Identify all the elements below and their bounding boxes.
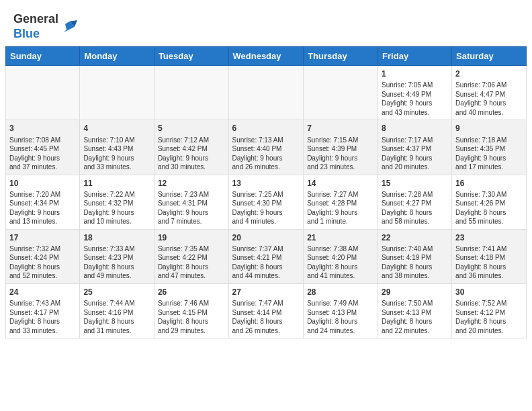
day-number: 25 (83, 287, 150, 298)
day-number: 16 (455, 178, 523, 189)
page-header: General Blue (0, 0, 532, 46)
day-number: 10 (9, 178, 76, 189)
calendar-cell: 7Sunrise: 7:15 AM Sunset: 4:39 PM Daylig… (304, 120, 378, 175)
day-info: Sunrise: 7:08 AM Sunset: 4:45 PM Dayligh… (9, 136, 76, 172)
calendar-cell: 15Sunrise: 7:28 AM Sunset: 4:27 PM Dayli… (378, 175, 452, 229)
day-info: Sunrise: 7:33 AM Sunset: 4:23 PM Dayligh… (83, 244, 150, 281)
calendar-cell: 29Sunrise: 7:50 AM Sunset: 4:13 PM Dayli… (378, 283, 452, 338)
day-info: Sunrise: 7:23 AM Sunset: 4:31 PM Dayligh… (158, 190, 225, 226)
day-info: Sunrise: 7:10 AM Sunset: 4:43 PM Dayligh… (83, 136, 150, 172)
day-info: Sunrise: 7:20 AM Sunset: 4:34 PM Dayligh… (9, 190, 76, 226)
calendar-cell: 19Sunrise: 7:35 AM Sunset: 4:22 PM Dayli… (154, 229, 228, 283)
calendar-cell: 8Sunrise: 7:17 AM Sunset: 4:37 PM Daylig… (378, 120, 452, 175)
day-number: 6 (232, 123, 300, 134)
day-number: 19 (158, 232, 225, 243)
weekday-header-saturday: Saturday (452, 47, 527, 66)
week-row-4: 17Sunrise: 7:32 AM Sunset: 4:24 PM Dayli… (6, 229, 527, 283)
calendar-cell: 27Sunrise: 7:47 AM Sunset: 4:14 PM Dayli… (228, 283, 304, 338)
day-info: Sunrise: 7:46 AM Sunset: 4:15 PM Dayligh… (158, 299, 225, 335)
calendar-cell: 2Sunrise: 7:06 AM Sunset: 4:47 PM Daylig… (452, 66, 527, 120)
day-number: 11 (83, 178, 150, 189)
day-info: Sunrise: 7:30 AM Sunset: 4:26 PM Dayligh… (455, 190, 523, 226)
day-number: 4 (83, 123, 150, 134)
day-number: 27 (232, 287, 300, 298)
weekday-header-sunday: Sunday (6, 47, 80, 66)
day-number: 22 (382, 232, 448, 243)
day-number: 17 (9, 232, 76, 243)
day-info: Sunrise: 7:06 AM Sunset: 4:47 PM Dayligh… (455, 81, 523, 117)
calendar-wrapper: SundayMondayTuesdayWednesdayThursdayFrid… (0, 46, 532, 344)
day-info: Sunrise: 7:22 AM Sunset: 4:32 PM Dayligh… (83, 190, 150, 226)
day-number: 1 (382, 68, 448, 79)
logo: General Blue (13, 12, 79, 41)
day-info: Sunrise: 7:49 AM Sunset: 4:13 PM Dayligh… (307, 299, 374, 335)
day-info: Sunrise: 7:32 AM Sunset: 4:24 PM Dayligh… (9, 244, 76, 281)
calendar-cell: 16Sunrise: 7:30 AM Sunset: 4:26 PM Dayli… (452, 175, 527, 229)
day-info: Sunrise: 7:40 AM Sunset: 4:19 PM Dayligh… (382, 244, 448, 281)
day-info: Sunrise: 7:17 AM Sunset: 4:37 PM Dayligh… (382, 136, 448, 172)
day-number: 14 (307, 178, 374, 189)
calendar-cell: 9Sunrise: 7:18 AM Sunset: 4:35 PM Daylig… (452, 120, 527, 175)
day-number: 18 (83, 232, 150, 243)
calendar-cell: 5Sunrise: 7:12 AM Sunset: 4:42 PM Daylig… (154, 120, 228, 175)
weekday-header-tuesday: Tuesday (154, 47, 228, 66)
day-number: 28 (307, 287, 374, 298)
day-info: Sunrise: 7:35 AM Sunset: 4:22 PM Dayligh… (158, 244, 225, 281)
calendar-cell: 13Sunrise: 7:25 AM Sunset: 4:30 PM Dayli… (228, 175, 304, 229)
calendar-cell: 28Sunrise: 7:49 AM Sunset: 4:13 PM Dayli… (304, 283, 378, 338)
week-row-1: 1Sunrise: 7:05 AM Sunset: 4:49 PM Daylig… (6, 66, 527, 120)
day-number: 26 (158, 287, 225, 298)
day-number: 29 (382, 287, 448, 298)
calendar-table: SundayMondayTuesdayWednesdayThursdayFrid… (5, 46, 527, 338)
calendar-cell: 20Sunrise: 7:37 AM Sunset: 4:21 PM Dayli… (228, 229, 304, 283)
calendar-cell: 25Sunrise: 7:44 AM Sunset: 4:16 PM Dayli… (80, 283, 154, 338)
calendar-cell: 22Sunrise: 7:40 AM Sunset: 4:19 PM Dayli… (378, 229, 452, 283)
day-info: Sunrise: 7:41 AM Sunset: 4:18 PM Dayligh… (455, 244, 523, 281)
day-info: Sunrise: 7:47 AM Sunset: 4:14 PM Dayligh… (232, 299, 300, 335)
day-number: 8 (382, 123, 448, 134)
day-number: 5 (158, 123, 225, 134)
calendar-cell: 30Sunrise: 7:52 AM Sunset: 4:12 PM Dayli… (452, 283, 527, 338)
day-info: Sunrise: 7:25 AM Sunset: 4:30 PM Dayligh… (232, 190, 300, 226)
calendar-cell: 18Sunrise: 7:33 AM Sunset: 4:23 PM Dayli… (80, 229, 154, 283)
logo-general: General Blue (13, 12, 58, 41)
day-info: Sunrise: 7:38 AM Sunset: 4:20 PM Dayligh… (307, 244, 374, 281)
day-info: Sunrise: 7:27 AM Sunset: 4:28 PM Dayligh… (307, 190, 374, 226)
calendar-cell: 24Sunrise: 7:43 AM Sunset: 4:17 PM Dayli… (6, 283, 80, 338)
weekday-header-thursday: Thursday (304, 47, 378, 66)
day-info: Sunrise: 7:43 AM Sunset: 4:17 PM Dayligh… (9, 299, 76, 335)
day-number: 15 (382, 178, 448, 189)
calendar-cell (154, 66, 228, 120)
calendar-cell: 26Sunrise: 7:46 AM Sunset: 4:15 PM Dayli… (154, 283, 228, 338)
logo-icon (60, 17, 79, 36)
calendar-cell: 10Sunrise: 7:20 AM Sunset: 4:34 PM Dayli… (6, 175, 80, 229)
day-info: Sunrise: 7:13 AM Sunset: 4:40 PM Dayligh… (232, 136, 300, 172)
day-info: Sunrise: 7:18 AM Sunset: 4:35 PM Dayligh… (455, 136, 523, 172)
day-info: Sunrise: 7:50 AM Sunset: 4:13 PM Dayligh… (382, 299, 448, 335)
day-number: 13 (232, 178, 300, 189)
calendar-cell: 21Sunrise: 7:38 AM Sunset: 4:20 PM Dayli… (304, 229, 378, 283)
day-number: 9 (455, 123, 523, 134)
day-number: 20 (232, 232, 300, 243)
day-number: 24 (9, 287, 76, 298)
calendar-cell: 23Sunrise: 7:41 AM Sunset: 4:18 PM Dayli… (452, 229, 527, 283)
calendar-cell: 14Sunrise: 7:27 AM Sunset: 4:28 PM Dayli… (304, 175, 378, 229)
calendar-cell: 4Sunrise: 7:10 AM Sunset: 4:43 PM Daylig… (80, 120, 154, 175)
day-info: Sunrise: 7:52 AM Sunset: 4:12 PM Dayligh… (455, 299, 523, 335)
day-number: 3 (9, 123, 76, 134)
calendar-cell (80, 66, 154, 120)
weekday-header-monday: Monday (80, 47, 154, 66)
calendar-cell: 12Sunrise: 7:23 AM Sunset: 4:31 PM Dayli… (154, 175, 228, 229)
week-row-3: 10Sunrise: 7:20 AM Sunset: 4:34 PM Dayli… (6, 175, 527, 229)
day-info: Sunrise: 7:44 AM Sunset: 4:16 PM Dayligh… (83, 299, 150, 335)
day-number: 2 (455, 68, 523, 79)
day-info: Sunrise: 7:28 AM Sunset: 4:27 PM Dayligh… (382, 190, 448, 226)
weekday-header-row: SundayMondayTuesdayWednesdayThursdayFrid… (6, 47, 527, 66)
week-row-2: 3Sunrise: 7:08 AM Sunset: 4:45 PM Daylig… (6, 120, 527, 175)
calendar-cell: 6Sunrise: 7:13 AM Sunset: 4:40 PM Daylig… (228, 120, 304, 175)
day-number: 23 (455, 232, 523, 243)
calendar-cell: 3Sunrise: 7:08 AM Sunset: 4:45 PM Daylig… (6, 120, 80, 175)
calendar-cell (228, 66, 304, 120)
weekday-header-friday: Friday (378, 47, 452, 66)
day-number: 12 (158, 178, 225, 189)
